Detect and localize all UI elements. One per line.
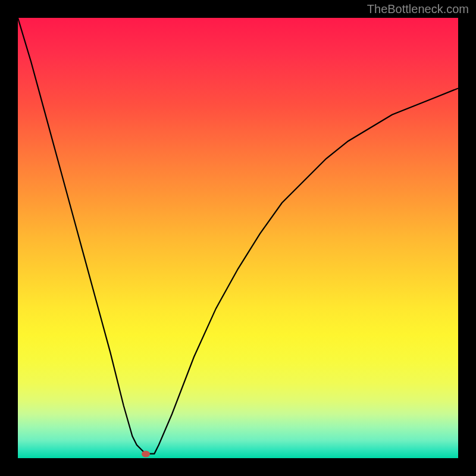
optimal-point-marker — [142, 450, 150, 457]
curve-svg — [18, 18, 458, 458]
bottleneck-curve — [18, 18, 458, 454]
watermark-text: TheBottleneck.com — [367, 2, 469, 16]
plot-area — [18, 18, 458, 458]
